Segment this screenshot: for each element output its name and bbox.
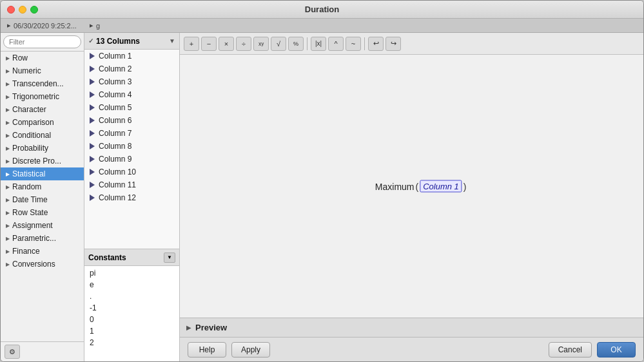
window-controls [7,6,38,14]
column-label: Column 9 [99,155,132,164]
formula-area: Maximum ( Column 1 ) [180,55,643,318]
sidebar-item-label: Character [12,105,46,114]
arrow-icon: ▶ [6,262,10,267]
sqrt-button[interactable]: √ [271,37,286,51]
pct-button[interactable]: % [288,37,304,51]
triangle-icon [90,117,95,124]
sidebar-item-conversions[interactable]: ▶Conversions [1,258,84,271]
sidebar-item-label: Assignment [12,221,53,230]
divide-button[interactable]: ÷ [236,37,251,51]
triangle-icon [90,195,95,201]
sidebar-item-numeric[interactable]: ▶Numeric [1,64,84,77]
power-button[interactable]: xy [253,37,269,51]
arrow-icon: ▶ [6,107,10,113]
arrow-icon: ▶ [6,120,10,126]
sidebar-item-transcendental[interactable]: ▶Transcenden... [1,77,84,90]
abs-button[interactable]: |x| [311,37,326,51]
column-label: Column 3 [99,77,132,86]
sidebar-item-comparison[interactable]: ▶Comparison [1,116,84,129]
sidebar-item-label: Transcenden... [12,79,64,88]
constants-dropdown[interactable]: ▼ [164,252,175,263]
window-title: Duration [305,5,339,14]
minus-button[interactable]: − [201,37,217,51]
right-panel: + − × ÷ xy √ % |x| ^ ~ ↩ ↪ Maximum ( [180,33,643,361]
formula-function: Maximum [375,181,415,191]
sidebar-item-finance[interactable]: ▶Finance [1,245,84,258]
sidebar-item-conditional[interactable]: ▶Conditional [1,129,84,142]
list-item[interactable]: 0 [90,314,174,325]
tilde-button[interactable]: ~ [346,37,361,51]
redo-button[interactable]: ↪ [385,37,401,51]
maximize-button[interactable] [30,6,38,14]
list-item[interactable]: Column 9 [84,153,179,166]
sidebar-item-label: Row [12,53,28,62]
sidebar-item-probability[interactable]: ▶Probability [1,142,84,155]
constants-list: pie.-1012 [84,266,179,361]
arrow-icon: ▶ [6,223,10,229]
column-label: Column 11 [99,180,136,189]
sidebar-item-row[interactable]: ▶Row [1,52,84,64]
list-item[interactable]: Column 5 [84,101,179,114]
list-item[interactable]: 2 [90,337,174,348]
caret-button[interactable]: ^ [328,37,344,51]
list-item[interactable]: 1 [90,325,174,337]
dropdown-arrow[interactable]: ▼ [169,37,175,44]
minimize-button[interactable] [19,6,26,14]
sidebar-item-row_state[interactable]: ▶Row State [1,206,84,219]
sidebar-item-label: Trigonometric [12,92,59,101]
triangle-icon [90,182,95,188]
sidebar-item-parametric[interactable]: ▶Parametric... [1,232,84,245]
bottom-bar: Help Apply Cancel OK [180,337,643,361]
help-button[interactable]: Help [188,342,226,357]
list-item[interactable]: e [90,279,174,291]
list-item[interactable]: -1 [90,302,174,314]
column-label: Column 12 [99,193,136,202]
multiply-button[interactable]: × [219,37,234,51]
list-item[interactable]: Column 8 [84,140,179,153]
sidebar-item-discrete_pro[interactable]: ▶Discrete Pro... [1,155,84,167]
list-item[interactable]: Column 6 [84,114,179,127]
ok-button[interactable]: OK [597,342,636,357]
sidebar-item-date_time[interactable]: ▶Date Time [1,193,84,206]
sidebar-item-label: Conditional [12,131,51,140]
column-label: Column 8 [99,142,132,151]
list-item[interactable]: Column 7 [84,127,179,140]
separator2 [364,37,365,50]
formula-display: Maximum ( Column 1 ) [375,180,467,193]
formula-argument[interactable]: Column 1 [420,180,462,193]
preview-bar: ▶ Preview [180,318,643,337]
triangle-icon [90,169,95,175]
sidebar-item-label: Discrete Pro... [12,157,61,166]
sidebar-item-label: Comparison [12,118,54,127]
date-item: ▸ 06/30/2020 9:25:2... [7,21,77,30]
list-item[interactable]: Column 2 [84,62,179,75]
sidebar-item-label: Conversions [12,260,55,269]
gear-icon[interactable]: ⚙ [5,345,20,359]
list-item[interactable]: Column 12 [84,191,179,204]
list-item[interactable]: Column 11 [84,178,179,191]
sidebar-item-random[interactable]: ▶Random [1,180,84,193]
arrow-icon: ▶ [6,146,10,151]
sidebar-item-statistical[interactable]: ▶Statistical [1,167,84,180]
list-item[interactable]: Column 10 [84,166,179,178]
undo-button[interactable]: ↩ [368,37,384,51]
list-item[interactable]: Column 3 [84,75,179,88]
list-item[interactable]: . [90,291,174,302]
cancel-button[interactable]: Cancel [549,342,592,357]
column-label: Column 10 [99,167,136,176]
date-value: 06/30/2020 9:25:2... [14,22,77,30]
close-button[interactable] [7,6,15,14]
sidebar-item-character[interactable]: ▶Character [1,103,84,116]
sidebar-item-label: Parametric... [12,234,56,243]
apply-button[interactable]: Apply [231,342,270,357]
sidebar-item-trigonometric[interactable]: ▶Trigonometric [1,90,84,103]
main-content: ▶Row▶Numeric▶Transcenden...▶Trigonometri… [1,33,643,361]
plus-button[interactable]: + [184,37,199,51]
search-input[interactable] [3,35,81,48]
arrow-icon: ▶ [6,158,10,164]
preview-arrow-icon[interactable]: ▶ [186,324,191,331]
list-item[interactable]: Column 1 [84,50,179,62]
sidebar-item-assignment[interactable]: ▶Assignment [1,219,84,232]
list-item[interactable]: pi [90,267,174,279]
list-item[interactable]: Column 4 [84,88,179,101]
